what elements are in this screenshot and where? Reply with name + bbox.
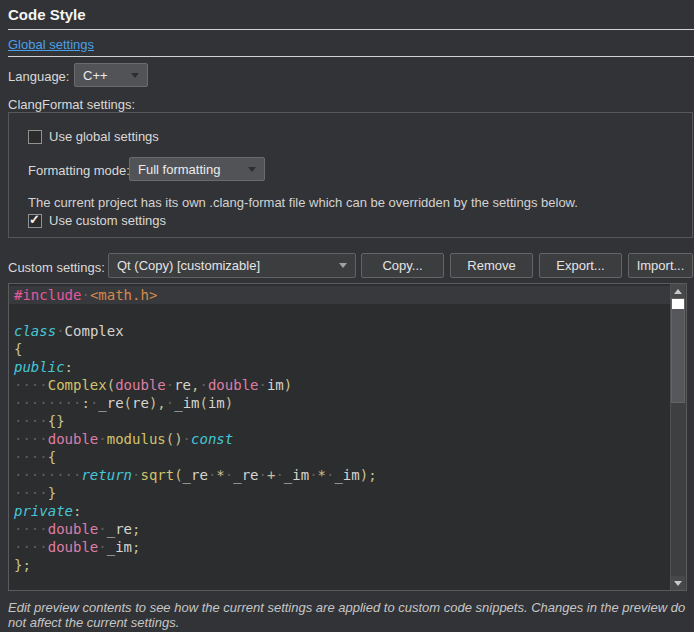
formatting-mode-combobox[interactable]: Full formatting [129, 157, 265, 181]
checkbox-box[interactable]: ✓ [28, 214, 42, 228]
code-line: ····double·_im; [9, 538, 671, 556]
formatting-mode-label: Formatting mode: [28, 163, 130, 178]
code-line [9, 304, 671, 322]
code-line: ········:·_re(re),·_im(im) [9, 394, 671, 412]
code-line: class·Complex [9, 322, 671, 340]
code-line: private: [9, 502, 671, 520]
code-lines: #include·<math.h>class·Complex{public:··… [9, 286, 671, 574]
code-line: ····double·_re; [9, 520, 671, 538]
page-title: Code Style [8, 6, 86, 23]
code-line: ········return·sqrt(_re·*·_re·+·_im·*·_i… [9, 466, 671, 484]
code-line: public: [9, 358, 671, 376]
clang-format-info-text: The current project has its own .clang-f… [28, 195, 578, 210]
clangformat-group-label: ClangFormat settings: [8, 97, 135, 112]
code-preview-editor[interactable]: #include·<math.h>class·Complex{public:··… [8, 283, 687, 591]
language-combobox[interactable]: C++ [74, 63, 148, 87]
link-separator [8, 56, 694, 57]
code-line: ····} [9, 484, 671, 502]
copy-button[interactable]: Copy... [361, 253, 444, 278]
export-button[interactable]: Export... [539, 253, 622, 278]
title-separator [8, 29, 694, 30]
cursor-position-marker [672, 299, 684, 309]
code-line: ····Complex(double·re,·double·im) [9, 376, 671, 394]
footer-note: Edit preview contents to see how the cur… [8, 600, 690, 630]
global-settings-link[interactable]: Global settings [8, 37, 94, 52]
scrollbar-thumb[interactable] [671, 298, 685, 403]
code-line: { [9, 340, 671, 358]
custom-settings-combobox-value: Qt (Copy) [customizable] [117, 258, 260, 273]
use-global-settings-checkbox[interactable]: ✓ Use global settings [28, 129, 159, 144]
chevron-down-icon [131, 73, 139, 78]
code-line: ····double·modulus()·const [9, 430, 671, 448]
code-line: }; [9, 556, 671, 574]
code-line: #include·<math.h> [9, 286, 671, 304]
chevron-down-icon [248, 167, 256, 172]
checkbox-box[interactable]: ✓ [28, 130, 42, 144]
arrow-down-icon [674, 581, 682, 586]
formatting-mode-combobox-value: Full formatting [138, 162, 220, 177]
vertical-scrollbar[interactable] [670, 284, 686, 590]
scroll-down-button[interactable] [671, 576, 685, 590]
chevron-down-icon [339, 263, 347, 268]
language-label: Language: [8, 69, 69, 84]
use-global-settings-label: Use global settings [49, 129, 159, 144]
import-button[interactable]: Import... [628, 253, 693, 278]
clangformat-groupbox: ✓ Use global settings Formatting mode: F… [8, 112, 693, 238]
checkmark-icon: ✓ [29, 212, 40, 227]
remove-button[interactable]: Remove [450, 253, 533, 278]
custom-settings-combobox[interactable]: Qt (Copy) [customizable] [108, 253, 356, 278]
language-combobox-value: C++ [83, 68, 108, 83]
arrow-up-icon [674, 289, 682, 294]
use-custom-settings-label: Use custom settings [49, 213, 166, 228]
scroll-up-button[interactable] [671, 284, 685, 298]
code-line: ····{ [9, 448, 671, 466]
custom-settings-label: Custom settings: [8, 260, 105, 275]
use-custom-settings-checkbox[interactable]: ✓ Use custom settings [28, 213, 166, 228]
code-line: ····{} [9, 412, 671, 430]
